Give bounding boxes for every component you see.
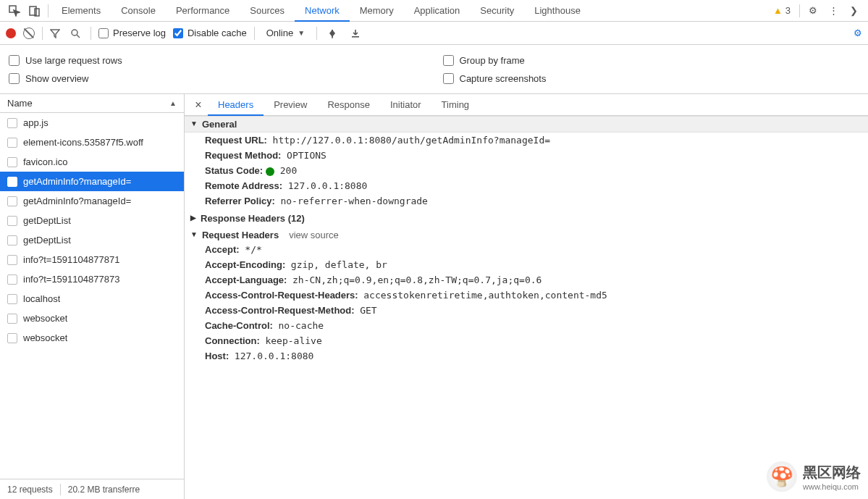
request-row[interactable]: getDeptList	[0, 230, 184, 250]
request-row[interactable]: app.js	[0, 113, 184, 133]
clear-button[interactable]	[23, 28, 35, 39]
request-name: websocket	[23, 332, 67, 343]
sort-icon: ▲	[169, 99, 177, 107]
export-har-icon[interactable]	[347, 28, 363, 38]
detail-tab-response[interactable]: Response	[317, 94, 380, 116]
separator	[254, 27, 255, 40]
throttling-select[interactable]: Online▼	[262, 25, 309, 41]
request-row[interactable]: favicon.ico	[0, 152, 184, 172]
header-value: keep-alive	[265, 335, 321, 346]
tab-network[interactable]: Network	[295, 0, 350, 22]
header-value: */*	[245, 244, 261, 255]
request-row[interactable]: localhost	[0, 289, 184, 309]
disable-cache-label: Disable cache	[187, 28, 247, 38]
header-key: Referrer Policy:	[205, 196, 275, 206]
requests-sidebar: Name▲ app.jselement-icons.535877f5.wofff…	[0, 94, 185, 499]
device-toggle-icon[interactable]	[25, 1, 45, 21]
header-row: Host: 127.0.0.1:8080	[185, 348, 868, 364]
header-row: Request Method: OPTIONS	[185, 148, 868, 163]
request-name: favicon.ico	[23, 156, 67, 167]
request-row[interactable]: websocket	[0, 328, 184, 348]
header-row: Accept-Encoding: gzip, deflate, br	[185, 257, 868, 272]
detail-tab-timing[interactable]: Timing	[431, 94, 480, 116]
request-row[interactable]: info?t=1591104877871	[0, 250, 184, 269]
inspect-icon[interactable]	[4, 1, 25, 21]
capture-checkbox[interactable]: Capture screenshots	[443, 73, 860, 84]
close-detail-button[interactable]: ×	[189, 98, 208, 112]
header-row: Accept: */*	[185, 242, 868, 257]
tab-elements[interactable]: Elements	[51, 0, 111, 22]
file-icon	[7, 177, 17, 187]
network-toolbar: Preserve log Disable cache Online▼ ⚙	[0, 22, 868, 45]
header-value: zh-CN,zh;q=0.9,en;q=0.8,zh-TW;q=0.7,ja;q…	[292, 274, 542, 285]
request-name: getAdminInfo?manageId=	[23, 176, 131, 187]
gear-icon[interactable]: ⚙	[803, 1, 823, 21]
header-key: Remote Address:	[205, 180, 282, 191]
record-button[interactable]	[6, 28, 16, 38]
gear-icon[interactable]: ⚙	[854, 28, 862, 38]
requests-count: 12 requests	[7, 485, 53, 495]
file-icon	[7, 333, 17, 343]
header-value: no-cache	[279, 320, 324, 331]
view-source-link[interactable]: view source	[289, 230, 339, 240]
request-row[interactable]: getAdminInfo?manageId=	[0, 172, 184, 191]
header-row: Remote Address: 127.0.0.1:8080	[185, 178, 868, 193]
tab-application[interactable]: Application	[404, 0, 471, 22]
tab-performance[interactable]: Performance	[166, 0, 240, 22]
request-name: localhost	[23, 293, 60, 304]
request-name: websocket	[23, 313, 67, 324]
detail-tab-preview[interactable]: Preview	[264, 94, 317, 116]
tab-security[interactable]: Security	[470, 0, 524, 22]
file-icon	[7, 157, 17, 167]
general-section-header[interactable]: ▼General	[185, 116, 868, 133]
arrow-down-icon: ▼	[190, 230, 198, 238]
header-row: Access-Control-Request-Headers: accessto…	[185, 288, 868, 303]
overview-checkbox[interactable]: Show overview	[9, 73, 426, 84]
disable-cache-checkbox[interactable]: Disable cache	[173, 28, 247, 38]
file-icon	[7, 274, 17, 285]
file-icon	[7, 216, 17, 226]
request-row[interactable]: websocket	[0, 309, 184, 328]
request-name: info?t=1591104877873	[23, 274, 119, 285]
detail-tab-initiator[interactable]: Initiator	[380, 94, 431, 116]
tab-sources[interactable]: Sources	[240, 0, 295, 22]
network-main: Name▲ app.jselement-icons.535877f5.wofff…	[0, 94, 868, 499]
header-value: OPTIONS	[287, 150, 326, 161]
header-key: Access-Control-Request-Method:	[205, 305, 355, 316]
header-value: accesstokenretiretime,authtoken,content-…	[363, 290, 607, 301]
tab-console[interactable]: Console	[111, 0, 166, 22]
name-column-header[interactable]: Name▲	[0, 94, 184, 113]
header-value: 127.0.0.1:8080	[235, 351, 314, 361]
request-headers-section[interactable]: ▼Request Headersview source	[185, 225, 868, 242]
header-key: Host:	[205, 351, 229, 361]
request-row[interactable]: info?t=1591104877873	[0, 269, 184, 289]
large-rows-checkbox[interactable]: Use large request rows	[9, 55, 426, 66]
close-icon[interactable]: ❯	[843, 1, 864, 21]
import-har-icon[interactable]	[324, 28, 340, 38]
file-icon	[7, 138, 17, 148]
filter-icon[interactable]	[50, 28, 63, 38]
header-key: Access-Control-Request-Headers:	[205, 290, 358, 301]
search-icon[interactable]	[70, 28, 83, 38]
request-name: app.js	[23, 117, 49, 128]
warning-icon: ▲	[773, 5, 783, 16]
response-headers-section[interactable]: ▶Response Headers (12)	[185, 209, 868, 225]
status-dot-icon	[266, 167, 274, 176]
request-name: getAdminInfo?manageId=	[23, 196, 131, 206]
group-frame-checkbox[interactable]: Group by frame	[443, 55, 860, 66]
tab-lighthouse[interactable]: Lighthouse	[524, 0, 591, 22]
separator	[799, 4, 800, 17]
request-row[interactable]: getDeptList	[0, 211, 184, 230]
warning-count: 3	[785, 5, 791, 16]
issues-counter[interactable]: ▲3	[767, 5, 796, 16]
file-icon	[7, 294, 17, 304]
throttling-value: Online	[266, 28, 294, 38]
preserve-log-checkbox[interactable]: Preserve log	[98, 28, 166, 38]
kebab-icon[interactable]: ⋮	[823, 1, 843, 21]
detail-tab-headers[interactable]: Headers	[208, 94, 264, 116]
requests-list: app.jselement-icons.535877f5.wofffavicon…	[0, 113, 184, 479]
request-row[interactable]: element-icons.535877f5.woff	[0, 133, 184, 152]
tab-memory[interactable]: Memory	[350, 0, 404, 22]
request-row[interactable]: getAdminInfo?manageId=	[0, 191, 184, 211]
header-row: Connection: keep-alive	[185, 333, 868, 348]
